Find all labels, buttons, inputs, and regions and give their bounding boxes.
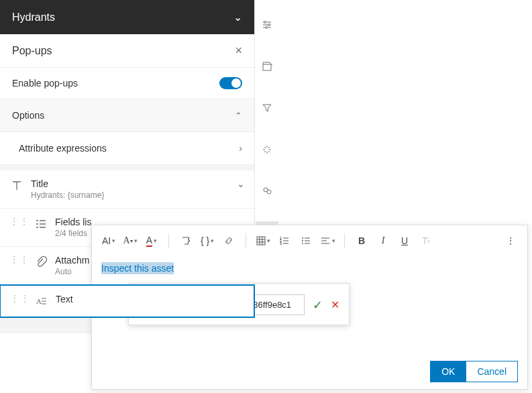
font-color-button[interactable]: A▾ xyxy=(143,232,160,249)
enable-popups-toggle[interactable] xyxy=(219,77,242,89)
selected-text: Inspect this asset xyxy=(101,262,174,274)
strikethrough-button[interactable]: Tx xyxy=(417,232,435,249)
underline-button[interactable]: U xyxy=(396,232,413,249)
options-label: Options xyxy=(12,110,44,121)
chevron-down-icon: ⌄ xyxy=(237,178,245,189)
font-size-button[interactable]: AI▾ xyxy=(100,232,117,249)
fields-icon xyxy=(34,217,48,231)
chevron-right-icon: › xyxy=(239,143,242,154)
link-button[interactable] xyxy=(220,232,237,249)
drag-handle-icon[interactable]: ⋮⋮ xyxy=(9,255,30,264)
confirm-link-button[interactable]: ✓ xyxy=(313,298,323,313)
divider xyxy=(344,233,345,248)
svg-text:3: 3 xyxy=(280,241,282,245)
close-icon[interactable]: × xyxy=(235,44,242,58)
element-title[interactable]: Title Hydrants: {surname} ⌄ xyxy=(0,170,254,209)
fields-sub: 2/4 fields xyxy=(55,229,91,238)
attach-label: Attachm xyxy=(55,255,89,266)
effects-icon[interactable] xyxy=(256,138,278,161)
layer-icon[interactable] xyxy=(256,55,278,78)
italic-button[interactable]: I xyxy=(374,232,392,249)
settings-icon[interactable] xyxy=(256,13,278,36)
svg-point-12 xyxy=(302,237,303,239)
cancel-link-button[interactable]: ✕ xyxy=(331,298,339,311)
layer-header[interactable]: Hydrants ⌄ xyxy=(0,0,254,34)
text-icon: A xyxy=(34,294,49,308)
title-sub: Hydrants: {surname} xyxy=(31,190,104,200)
svg-point-13 xyxy=(302,240,303,241)
bold-button[interactable]: B xyxy=(353,232,370,249)
cluster-icon[interactable] xyxy=(256,180,278,203)
filter-icon[interactable] xyxy=(256,97,278,119)
editor-toolbar: AI▾ A▾▾ A▾ { }▾ ▾ 123 ▾ B I U Tx ⋮ xyxy=(92,225,527,256)
svg-point-3 xyxy=(266,27,268,29)
layer-name: Hydrants xyxy=(12,11,55,23)
bullet-list-button[interactable] xyxy=(297,232,315,249)
panel-title: Pop-ups xyxy=(12,45,52,57)
enable-popups-row: Enable pop-ups xyxy=(0,68,254,99)
fields-label: Fields lis xyxy=(55,217,91,227)
svg-point-14 xyxy=(302,243,303,244)
cancel-button[interactable]: Cancel xyxy=(466,361,518,382)
drag-handle-icon[interactable]: ⋮⋮ xyxy=(10,294,30,303)
title-label: Title xyxy=(31,178,104,189)
chevron-down-icon: ⌄ xyxy=(233,11,242,23)
divider xyxy=(246,233,246,248)
chevron-up-icon: ⌃ xyxy=(235,111,242,121)
font-style-button[interactable]: A▾▾ xyxy=(121,232,139,249)
text-label: Text xyxy=(56,294,73,304)
element-text[interactable]: ⋮⋮ A Text xyxy=(0,284,255,318)
clear-format-button[interactable] xyxy=(177,232,195,249)
attr-expr-label: Attribute expressions xyxy=(19,143,107,154)
svg-text:A: A xyxy=(36,297,42,305)
title-icon xyxy=(9,178,24,193)
svg-point-1 xyxy=(264,21,266,23)
options-section[interactable]: Options ⌃ xyxy=(0,99,254,132)
svg-point-2 xyxy=(268,24,270,26)
table-button[interactable]: ▾ xyxy=(254,232,272,249)
attach-sub: Auto xyxy=(55,267,89,276)
code-button[interactable]: { }▾ xyxy=(199,232,216,249)
drag-handle-icon[interactable]: ⋮⋮ xyxy=(9,217,30,226)
popups-header-row: Pop-ups × xyxy=(0,34,254,68)
align-button[interactable]: ▾ xyxy=(319,232,336,249)
svg-point-5 xyxy=(267,190,271,194)
more-button[interactable]: ⋮ xyxy=(502,232,519,249)
numbered-list-button[interactable]: 123 xyxy=(276,232,293,249)
divider xyxy=(168,233,169,248)
svg-rect-8 xyxy=(257,237,265,245)
attachment-icon xyxy=(34,255,48,270)
dialog-footer: OK Cancel xyxy=(92,354,527,389)
ok-button[interactable]: OK xyxy=(430,361,466,382)
enable-popups-label: Enable pop-ups xyxy=(12,78,78,89)
attribute-expressions-row[interactable]: Attribute expressions › xyxy=(0,132,254,165)
